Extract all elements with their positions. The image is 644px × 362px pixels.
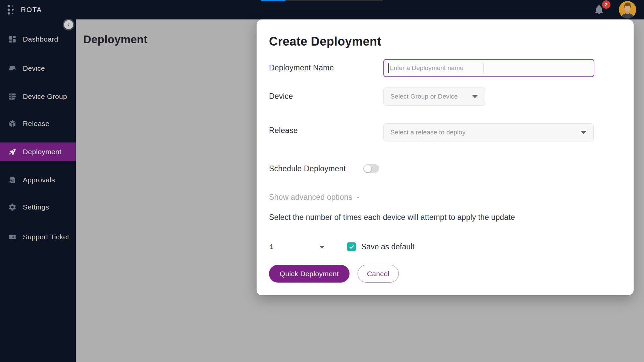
sidebar-item-label: Device <box>23 64 45 72</box>
page-title: Deployment <box>83 33 148 46</box>
save-as-default-label[interactable]: Save as default <box>361 242 415 251</box>
create-deployment-modal: Create Deployment Deployment Name Device… <box>257 19 634 295</box>
text-caret <box>388 63 389 73</box>
media-progress-played <box>261 0 285 1</box>
schedule-deployment-toggle[interactable] <box>363 164 379 173</box>
release-cube-icon <box>8 119 17 128</box>
sidebar-item-label: Release <box>23 120 49 128</box>
sidebar-item-label: Device Group <box>23 93 67 101</box>
device-icon <box>8 64 17 73</box>
device-select-placeholder: Select Group or Device <box>390 93 472 100</box>
quick-deployment-button[interactable]: Quick Deployment <box>269 265 350 283</box>
advanced-options-label: Show advanced options <box>269 193 352 202</box>
attempts-count-value: 1 <box>270 243 274 251</box>
chevron-down-icon <box>356 195 361 200</box>
sidebar-item-support-ticket[interactable]: Support Ticket <box>0 228 76 246</box>
toggle-knob <box>364 165 371 172</box>
device-select[interactable]: Select Group or Device <box>383 87 485 106</box>
rota-logo-icon <box>6 3 16 16</box>
sidebar-item-label: Support Ticket <box>23 233 69 241</box>
attempts-count-select[interactable]: 1 <box>269 241 329 254</box>
sidebar-item-label: Approvals <box>23 176 55 184</box>
show-advanced-options-link[interactable]: Show advanced options <box>269 193 361 202</box>
dropdown-arrow-icon <box>472 95 478 98</box>
chevron-left-icon <box>66 22 71 27</box>
dashboard-icon <box>8 35 17 44</box>
schedule-deployment-label: Schedule Deployment <box>269 164 346 173</box>
sidebar-item-label: Settings <box>23 203 49 211</box>
sidebar-item-release[interactable]: Release <box>0 114 76 133</box>
save-as-default-checkbox[interactable] <box>347 242 356 251</box>
user-avatar[interactable] <box>619 1 636 18</box>
sidebar-collapse-button[interactable] <box>64 20 73 29</box>
sidebar-item-dashboard[interactable]: Dashboard <box>0 30 76 49</box>
checkmark-icon <box>348 244 355 250</box>
sidebar-item-approvals[interactable]: Approvals <box>0 171 76 189</box>
brand-name: ROTA <box>21 6 42 14</box>
sidebar-item-label: Dashboard <box>23 35 58 43</box>
device-group-icon <box>8 92 17 101</box>
release-select[interactable]: Select a release to deploy <box>383 123 594 141</box>
media-progress-bar <box>261 0 383 1</box>
device-label: Device <box>269 92 293 101</box>
sidebar-item-device-group[interactable]: Device Group <box>0 87 76 106</box>
release-select-placeholder: Select a release to deploy <box>390 129 581 136</box>
media-progress-track <box>285 0 383 1</box>
gear-icon <box>8 203 17 212</box>
ibeam-mouse-cursor <box>481 62 487 74</box>
cancel-button[interactable]: Cancel <box>358 265 399 283</box>
sidebar-item-settings[interactable]: Settings <box>0 198 76 217</box>
attempts-instruction: Select the number of times each device w… <box>269 213 515 222</box>
sidebar-item-label: Deployment <box>23 148 61 156</box>
deployment-name-input[interactable] <box>383 59 594 77</box>
sidebar: Dashboard Device Device Group Release De… <box>0 0 76 362</box>
release-label: Release <box>269 126 298 135</box>
modal-title: Create Deployment <box>269 35 381 49</box>
approvals-icon <box>8 176 17 184</box>
select-arrow-icon <box>319 246 325 249</box>
dropdown-arrow-icon <box>581 131 587 134</box>
deployment-rocket-icon <box>8 147 17 156</box>
support-ticket-icon <box>8 233 17 241</box>
brand: ROTA <box>6 3 42 16</box>
deployment-name-label: Deployment Name <box>269 63 334 72</box>
sidebar-item-deployment[interactable]: Deployment <box>0 142 76 161</box>
notification-count-badge: 2 <box>602 0 610 9</box>
top-bar: ROTA 2 <box>0 0 644 19</box>
sidebar-item-device[interactable]: Device <box>0 59 76 78</box>
